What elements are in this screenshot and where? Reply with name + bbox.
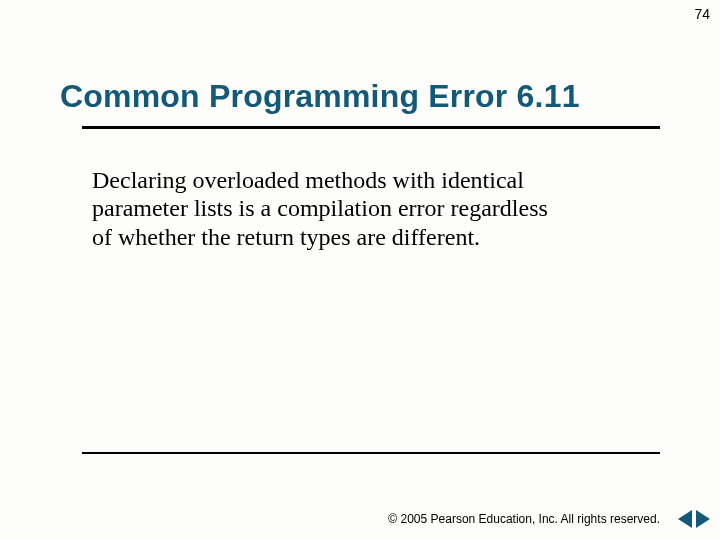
divider-top: [82, 126, 660, 129]
copyright-footer: © 2005 Pearson Education, Inc. All right…: [388, 512, 660, 526]
slide-nav: [678, 510, 710, 528]
page-number: 74: [694, 6, 710, 22]
next-slide-icon[interactable]: [696, 510, 710, 528]
body-text: Declaring overloaded methods with identi…: [92, 166, 562, 251]
prev-slide-icon[interactable]: [678, 510, 692, 528]
divider-bottom: [82, 452, 660, 454]
slide-title: Common Programming Error 6.11: [60, 78, 580, 115]
